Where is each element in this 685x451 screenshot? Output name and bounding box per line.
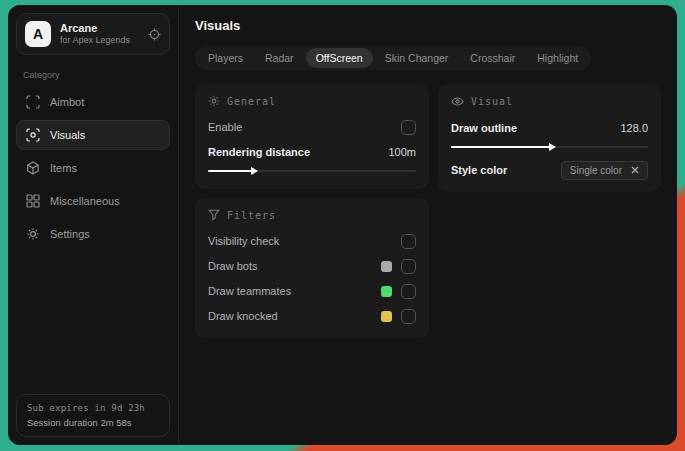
sidebar-item-label: Miscellaneous — [50, 195, 120, 207]
tab-offscreen[interactable]: OffScreen — [306, 48, 373, 68]
visual-panel-header: Visual — [451, 95, 648, 108]
sun-icon — [208, 95, 220, 107]
sidebar-item-visuals[interactable]: Visuals — [16, 120, 170, 150]
sidebar-item-label: Items — [50, 162, 77, 174]
cube-icon — [26, 161, 40, 175]
sidebar-item-miscellaneous[interactable]: Miscellaneous — [16, 186, 170, 216]
style-color-value: Single color — [570, 165, 622, 176]
sidebar-item-label: Aimbot — [50, 96, 84, 108]
app-logo: A — [25, 21, 51, 47]
rendering-distance-label: Rendering distance — [208, 146, 310, 158]
draw-outline-row: Draw outline 128.0 — [451, 117, 648, 139]
sidebar-item-label: Visuals — [50, 129, 85, 141]
tab-players[interactable]: Players — [198, 48, 253, 68]
app-subtitle: for Apex Legends — [60, 35, 130, 46]
sidebar-item-aimbot[interactable]: Aimbot — [16, 87, 170, 117]
tab-highlight[interactable]: Highlight — [527, 48, 588, 68]
draw-bots-row: Draw bots — [208, 255, 416, 277]
draw-teammates-label: Draw teammates — [208, 285, 291, 297]
slider-fill — [451, 146, 550, 148]
filters-panel: Filters Visibility check Draw bots — [195, 198, 429, 338]
draw-knocked-checkbox[interactable] — [401, 309, 416, 324]
style-color-label: Style color — [451, 164, 507, 176]
general-panel-header: General — [208, 95, 416, 107]
draw-bots-color-swatch[interactable] — [381, 261, 392, 272]
funnel-icon — [208, 209, 220, 221]
visibility-check-row: Visibility check — [208, 230, 416, 252]
draw-teammates-checkbox[interactable] — [401, 284, 416, 299]
visibility-check-label: Visibility check — [208, 235, 279, 247]
panels-area: General Enable Rendering distance 100m — [195, 84, 661, 338]
draw-teammates-color-swatch[interactable] — [381, 286, 392, 297]
sidebar-item-settings[interactable]: Settings — [16, 219, 170, 249]
draw-bots-checkbox[interactable] — [401, 259, 416, 274]
enable-label: Enable — [208, 121, 242, 133]
grid-icon — [26, 194, 40, 208]
slider-fill — [208, 170, 252, 172]
app-name: Arcane — [60, 22, 130, 36]
draw-knocked-color-swatch[interactable] — [381, 311, 392, 322]
sidebar-item-label: Settings — [50, 228, 90, 240]
gear-icon — [26, 227, 40, 241]
draw-outline-slider[interactable] — [451, 142, 648, 152]
filters-panel-title: Filters — [227, 210, 276, 221]
session-duration-text: Session duration 2m 58s — [27, 417, 159, 428]
rendering-distance-value: 100m — [388, 146, 416, 158]
left-column: General Enable Rendering distance 100m — [195, 84, 429, 338]
tab-skin-changer[interactable]: Skin Changer — [375, 48, 459, 68]
style-color-select[interactable]: Single color — [561, 161, 648, 180]
tab-radar[interactable]: Radar — [255, 48, 304, 68]
tab-crosshair[interactable]: Crosshair — [460, 48, 525, 68]
filters-panel-header: Filters — [208, 209, 416, 221]
visual-panel-title: Visual — [471, 96, 513, 107]
draw-outline-label: Draw outline — [451, 122, 517, 134]
draw-outline-value: 128.0 — [620, 122, 648, 134]
subscription-card: Sub expires in 9d 23h Session duration 2… — [16, 394, 170, 437]
sidebar-item-items[interactable]: Items — [16, 153, 170, 183]
tab-bar: Players Radar OffScreen Skin Changer Cro… — [195, 46, 591, 70]
general-panel: General Enable Rendering distance 100m — [195, 84, 429, 189]
sidebar: A Arcane for Apex Legends Category — [8, 5, 179, 445]
visibility-check-checkbox[interactable] — [401, 234, 416, 249]
right-column: Visual Draw outline 128.0 Style color — [438, 84, 661, 192]
page-title: Visuals — [195, 18, 661, 33]
app-window: A Arcane for Apex Legends Category — [8, 5, 677, 445]
app-header-card: A Arcane for Apex Legends — [16, 13, 170, 55]
visual-panel: Visual Draw outline 128.0 Style color — [438, 84, 661, 192]
style-color-row: Style color Single color — [451, 159, 648, 181]
eye-icon — [451, 95, 464, 108]
focus-frame-icon — [26, 95, 40, 109]
draw-knocked-row: Draw knocked — [208, 305, 416, 327]
app-title-block: Arcane for Apex Legends — [60, 22, 130, 47]
eye-scan-icon — [26, 128, 40, 142]
enable-checkbox[interactable] — [401, 120, 416, 135]
general-panel-title: General — [227, 96, 276, 107]
close-icon[interactable] — [631, 166, 639, 174]
target-icon[interactable] — [148, 28, 161, 41]
main-content: Visuals Players Radar OffScreen Skin Cha… — [179, 5, 677, 445]
category-label: Category — [23, 70, 163, 80]
sub-expires-text: Sub expires in 9d 23h — [27, 403, 159, 413]
draw-teammates-row: Draw teammates — [208, 280, 416, 302]
draw-bots-label: Draw bots — [208, 260, 258, 272]
draw-knocked-label: Draw knocked — [208, 310, 278, 322]
enable-row: Enable — [208, 116, 416, 138]
rendering-distance-slider[interactable] — [208, 166, 416, 176]
rendering-distance-row: Rendering distance 100m — [208, 141, 416, 163]
